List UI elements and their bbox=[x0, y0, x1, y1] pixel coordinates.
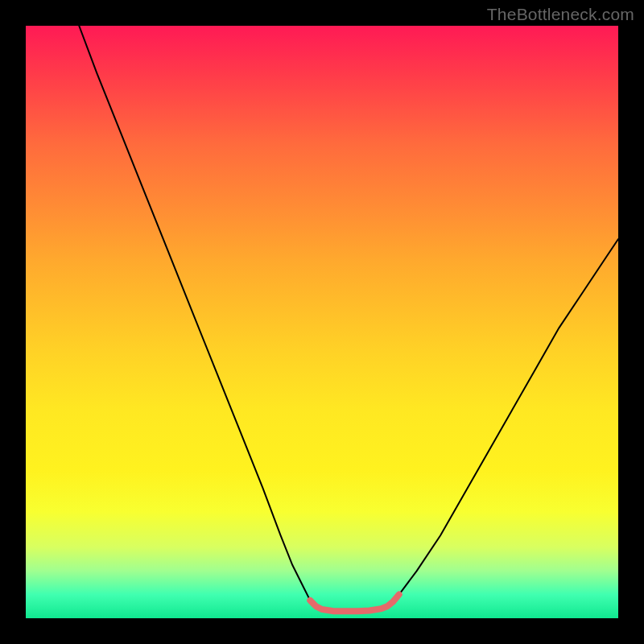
curve-layer bbox=[26, 26, 618, 618]
watermark-text: TheBottleneck.com bbox=[487, 5, 634, 24]
curve-left-branch bbox=[79, 26, 310, 601]
curve-right-branch bbox=[399, 239, 618, 595]
plot-area bbox=[26, 26, 618, 618]
curve-valley-highlight bbox=[310, 595, 398, 612]
chart-canvas: TheBottleneck.com bbox=[0, 0, 644, 644]
